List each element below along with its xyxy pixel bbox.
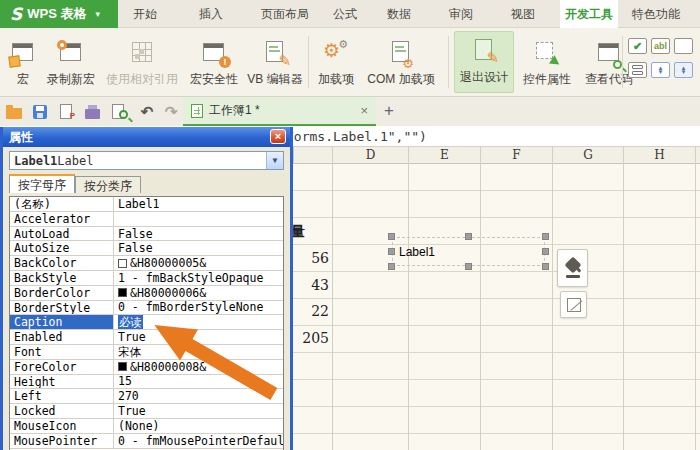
addins-icon: ⚙⚙: [321, 41, 351, 67]
paint-bucket-icon: [564, 256, 581, 273]
close-tab-icon[interactable]: ×: [360, 103, 368, 118]
fill-color-button[interactable]: [557, 249, 588, 287]
tab-data[interactable]: 数据: [376, 0, 422, 28]
resize-handle[interactable]: [388, 233, 395, 240]
color-bar: [566, 275, 580, 278]
toolbox-optiongroup-icon[interactable]: [628, 62, 647, 78]
tab-alphabetical[interactable]: 按字母序: [9, 174, 75, 193]
chevron-down-icon[interactable]: ▼: [266, 152, 283, 169]
properties-panel[interactable]: 属性 × Label1 Label ▼ 按字母序 按分类序 (名称)Label1…: [0, 127, 293, 450]
resize-handle[interactable]: [542, 263, 549, 270]
tab-home[interactable]: 开始: [122, 0, 168, 28]
property-row-caption[interactable]: Caption必读: [10, 315, 283, 330]
record-macro-button[interactable]: 录制新宏: [42, 30, 100, 94]
open-file-icon[interactable]: [5, 103, 23, 120]
vb-editor-button[interactable]: ✎ VB 编辑器: [244, 30, 306, 94]
resize-handle[interactable]: [388, 248, 395, 255]
column-header-e[interactable]: E: [408, 147, 480, 164]
property-grid[interactable]: (名称)Label1 Accelerator AutoLoadFalse Aut…: [9, 196, 284, 450]
new-tab-icon[interactable]: +: [384, 101, 394, 121]
print-preview-icon[interactable]: [109, 103, 127, 120]
toolbox-scrollbar-icon[interactable]: ▲▼: [674, 62, 693, 78]
macro-security-button[interactable]: ! 宏安全性: [184, 30, 244, 94]
ribbon-separator: [448, 36, 449, 88]
document-tab-label: 工作簿1 *: [209, 102, 260, 119]
property-row-name[interactable]: (名称)Label1: [10, 197, 283, 212]
ribbon-separator: [622, 36, 623, 88]
close-icon[interactable]: ×: [270, 129, 286, 144]
tab-developer[interactable]: 开发工具: [560, 0, 618, 28]
export-pdf-icon[interactable]: P: [57, 103, 75, 120]
toolbox-spinner-icon[interactable]: ▲▼: [651, 62, 670, 78]
object-selector[interactable]: Label1 Label ▼: [9, 151, 284, 170]
property-row-bordercolor[interactable]: BorderColor&H80000006&: [10, 286, 283, 301]
macro-security-icon: !: [199, 41, 229, 67]
toolbox-textbox-icon[interactable]: abl: [651, 38, 670, 54]
tab-categorized[interactable]: 按分类序: [75, 176, 141, 193]
panel-title: 属性: [9, 129, 33, 146]
cell-partial-text: 量: [291, 223, 305, 241]
tab-page-layout[interactable]: 页面布局: [248, 0, 322, 28]
column-header-partial[interactable]: [293, 147, 332, 164]
color-swatch: [118, 362, 127, 371]
label1-control[interactable]: Label1: [392, 237, 545, 266]
control-properties-icon: [532, 41, 562, 67]
resize-handle[interactable]: [542, 233, 549, 240]
label1-text: Label1: [399, 245, 435, 259]
color-swatch: [118, 259, 127, 268]
grid-line: [552, 147, 553, 450]
toolbox-button-icon[interactable]: [674, 38, 693, 54]
toolbox-checkbox-icon[interactable]: ✔: [628, 38, 647, 54]
property-row-mousepointer[interactable]: MousePointer0 - fmMousePointerDefault: [10, 434, 283, 449]
resize-handle[interactable]: [465, 263, 472, 270]
app-title: WPS 表格: [27, 5, 86, 23]
exit-design-icon: ✎: [469, 39, 499, 65]
sheet-grid[interactable]: [293, 164, 700, 450]
redo-icon[interactable]: ↷: [162, 103, 180, 120]
column-header-g[interactable]: G: [552, 147, 623, 164]
property-row-accelerator[interactable]: Accelerator: [10, 212, 283, 227]
undo-icon[interactable]: ↶: [138, 103, 156, 120]
tab-special-features[interactable]: 特色功能: [626, 0, 686, 28]
caption-value-selected[interactable]: 必读: [118, 315, 143, 329]
column-header-h[interactable]: H: [623, 147, 695, 164]
panel-title-bar[interactable]: 属性 ×: [3, 127, 290, 147]
com-addins-button[interactable]: ⚙ COM 加载项: [362, 30, 440, 94]
macro-icon: [8, 41, 38, 67]
print-icon[interactable]: [83, 103, 101, 120]
grid-line: [623, 147, 624, 450]
property-row-autosize[interactable]: AutoSizeFalse: [10, 241, 283, 256]
formula-text: Forms.Label.1",""): [286, 129, 427, 144]
relative-reference-button[interactable]: 使用相对引用: [102, 30, 182, 94]
view-code-icon: [594, 41, 624, 67]
column-header-f[interactable]: F: [480, 147, 552, 164]
resize-handle[interactable]: [465, 233, 472, 240]
border-style-button[interactable]: [560, 291, 587, 318]
wps-logo-icon: S: [10, 4, 22, 24]
tab-view[interactable]: 视图: [500, 0, 546, 28]
app-logo[interactable]: S WPS 表格 ▾: [0, 0, 118, 28]
property-row-autoload[interactable]: AutoLoadFalse: [10, 227, 283, 242]
tab-insert[interactable]: 插入: [188, 0, 234, 28]
control-properties-button[interactable]: 控件属性: [518, 30, 576, 94]
grid-line: [408, 147, 409, 450]
resize-handle[interactable]: [542, 248, 549, 255]
resize-handle[interactable]: [388, 263, 395, 270]
addins-button[interactable]: ⚙⚙ 加载项: [312, 30, 360, 94]
property-row-borderstyle[interactable]: BorderStyle0 - fmBorderStyleNone: [10, 301, 283, 316]
macro-button[interactable]: 宏: [6, 30, 40, 94]
document-tab[interactable]: 工作簿1 * ×: [183, 97, 376, 126]
property-row-mouseicon[interactable]: MouseIcon(None): [10, 419, 283, 434]
property-row-backstyle[interactable]: BackStyle1 - fmBackStyleOpaque: [10, 271, 283, 286]
property-row-locked[interactable]: LockedTrue: [10, 404, 283, 419]
exit-design-button[interactable]: ✎ 退出设计: [454, 31, 514, 93]
grid-line: [332, 147, 333, 450]
relative-reference-icon: [127, 41, 157, 67]
tab-review[interactable]: 审阅: [438, 0, 484, 28]
tab-formulas[interactable]: 公式: [322, 0, 368, 28]
color-swatch: [118, 288, 127, 297]
property-row-backcolor[interactable]: BackColor&H80000005&: [10, 256, 283, 271]
column-header-d[interactable]: D: [332, 147, 408, 164]
save-icon[interactable]: [31, 103, 49, 120]
panel-tabs: 按字母序 按分类序: [9, 174, 141, 193]
